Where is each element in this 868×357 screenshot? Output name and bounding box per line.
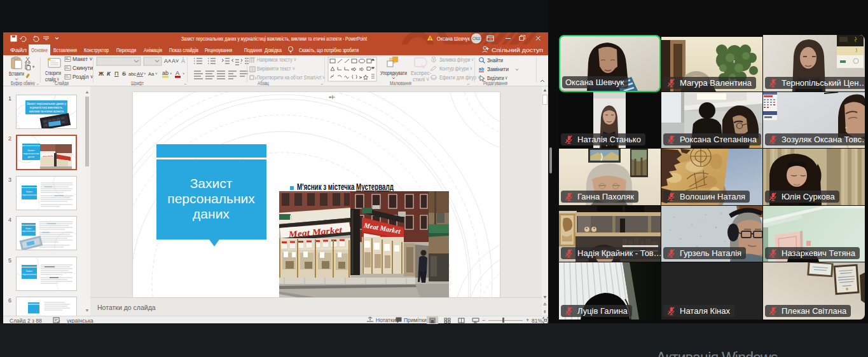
svg-text:Вставити: Вставити: [9, 71, 24, 77]
svg-text:Довідка: Довідка: [265, 46, 282, 53]
svg-text:˅: ˅: [183, 72, 185, 76]
svg-text:Розділ ˅: Розділ ˅: [72, 74, 93, 80]
svg-text:Експрес-: Експрес-: [411, 70, 431, 76]
svg-text:М'ясник з містечка Мустервалд: М'ясник з містечка Мустервалд: [297, 182, 394, 192]
svg-text:Подання: Подання: [244, 46, 262, 53]
svg-text:Замінити: Замінити: [487, 66, 509, 72]
svg-text:ОШ: ОШ: [472, 36, 481, 41]
svg-text:Малювання: Малювання: [390, 80, 411, 86]
svg-text:⌐: ⌐: [467, 82, 470, 86]
svg-text:Вставлення: Вставлення: [53, 46, 77, 53]
svg-text:Захист: Захист: [190, 176, 233, 191]
svg-text:Конструктор: Конструктор: [84, 46, 109, 53]
svg-text:S: S: [122, 71, 126, 77]
svg-text:A˅: A˅: [172, 58, 179, 64]
svg-text:Слайди: Слайди: [55, 80, 69, 86]
svg-text:Показ слайдів: Показ слайдів: [169, 46, 198, 53]
svg-text:Файл: Файл: [10, 46, 27, 53]
svg-text:Нотатки: Нотатки: [376, 317, 396, 323]
svg-text:˅: ˅: [144, 72, 146, 76]
svg-text:персональних: персональних: [22, 230, 36, 232]
svg-text:Створити: Створити: [45, 70, 61, 76]
svg-text:Ефекти для фігур ˅: Ефекти для фігур ˅: [439, 74, 480, 81]
svg-text:⌐: ⌐: [321, 82, 324, 86]
svg-text:Захист: Захист: [26, 191, 33, 193]
svg-text:abc: abc: [128, 71, 136, 77]
svg-text:Основне: Основне: [31, 46, 48, 53]
svg-text:Макет ˅: Макет ˅: [72, 56, 92, 62]
svg-text:даних: даних: [193, 206, 230, 221]
svg-text:Абзац: Абзац: [258, 80, 269, 86]
svg-text:Буфер обміну: Буфер обміну: [11, 80, 36, 86]
svg-text:персональних: персональних: [24, 152, 39, 155]
svg-text:Ж: Ж: [98, 71, 104, 77]
svg-text:К: К: [107, 71, 111, 77]
svg-text:⌐: ⌐: [37, 82, 39, 86]
svg-text:АV: АV: [137, 71, 143, 77]
svg-text:ab: ab: [162, 70, 169, 76]
svg-text:Шрифт: Шрифт: [131, 80, 144, 86]
svg-text:Напрямок тексту ˅: Напрямок тексту ˅: [257, 57, 296, 63]
svg-text:Захист: Захист: [27, 149, 35, 152]
svg-text:персональних: персональних: [22, 194, 36, 196]
svg-text:Знайти: Знайти: [487, 57, 503, 64]
svg-text:виклики та етичні аспекти: виклики та етичні аспекти: [29, 110, 64, 113]
svg-text:П: П: [114, 71, 118, 77]
svg-text:Вирівняти текст ˅: Вирівняти текст ˅: [257, 65, 295, 72]
svg-text:Примітки: Примітки: [404, 317, 427, 323]
svg-text:Спільний доступ: Спільний доступ: [492, 46, 543, 53]
svg-text:персональних: персональних: [167, 191, 255, 206]
svg-text:Анімація: Анімація: [144, 46, 162, 53]
svg-text:Скинути: Скинути: [72, 65, 93, 71]
svg-text:стилі ˅: стилі ˅: [413, 76, 429, 83]
svg-text:Переходи: Переходи: [116, 46, 136, 53]
svg-text:Редагування: Редагування: [483, 80, 507, 86]
svg-text:персональних: персональних: [22, 273, 36, 276]
svg-text:журналістиці важливість,: журналістиці важливість,: [30, 106, 63, 109]
svg-text:˅: ˅: [155, 72, 158, 76]
svg-text:Упорядкувати: Упорядкувати: [380, 70, 407, 76]
svg-text:⌐: ⌐: [184, 82, 187, 86]
svg-text:Оксана Шевчук: Оксана Шевчук: [437, 35, 471, 42]
svg-text:Рецензування: Рецензування: [205, 46, 232, 53]
svg-text:Захист персональних даних у: Захист персональних даних у: [27, 102, 67, 105]
svg-text:Захист: Захист: [26, 270, 33, 273]
svg-text:Захист персональних даних у жу: Захист персональних даних у журналістиці…: [181, 35, 367, 42]
svg-text:Контур фігури ˅: Контур фігури ˅: [439, 65, 472, 72]
svg-text:ab: ab: [479, 67, 484, 71]
svg-text:!: !: [429, 36, 431, 42]
svg-text:Заливка фігури ˅: Заливка фігури ˅: [439, 57, 474, 63]
svg-text:даних: даних: [28, 156, 35, 158]
svg-text:Аа: Аа: [148, 71, 155, 77]
svg-text:Скажіть, що потрібно зробити: Скажіть, що потрібно зробити: [299, 46, 359, 53]
svg-text:A̔: A̔: [181, 57, 185, 64]
svg-text:А: А: [176, 70, 179, 76]
svg-text:A˄: A˄: [164, 58, 171, 64]
svg-text:˅: ˅: [170, 72, 172, 76]
